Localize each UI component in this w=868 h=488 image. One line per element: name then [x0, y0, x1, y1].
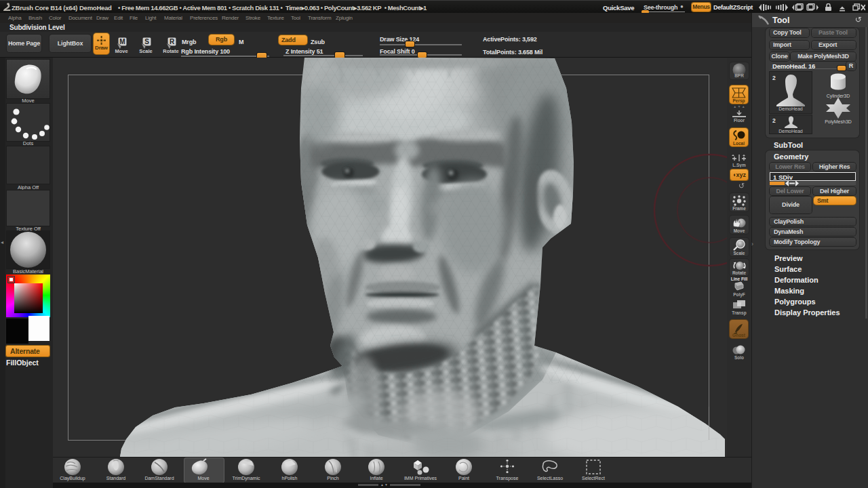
svg-text:Pinch: Pinch — [327, 476, 339, 481]
svg-text:DamStandard: DamStandard — [144, 476, 174, 481]
svg-text:IMM Primatives: IMM Primatives — [404, 476, 437, 481]
svg-text:SelectRect: SelectRect — [582, 476, 605, 481]
svg-text:Move: Move — [197, 476, 209, 481]
svg-text:Inflate: Inflate — [370, 476, 382, 481]
svg-text:Rotate: Rotate — [163, 48, 178, 54]
svg-text:M: M — [119, 38, 125, 45]
svg-text:DemoHead: DemoHead — [778, 106, 803, 111]
svg-text:TrimDynamic: TrimDynamic — [233, 476, 260, 481]
svg-text:Ghost: Ghost — [732, 333, 746, 338]
svg-text:Scale: Scale — [139, 48, 153, 54]
svg-text:Persp: Persp — [732, 98, 745, 104]
svg-text:Transpose: Transpose — [496, 476, 519, 481]
svg-text:S: S — [144, 38, 149, 45]
svg-text:Local: Local — [733, 141, 745, 146]
svg-text:Scale: Scale — [734, 251, 745, 256]
svg-text:R: R — [170, 38, 175, 45]
svg-text:ClayBuildup: ClayBuildup — [60, 476, 85, 481]
svg-text:Move: Move — [734, 228, 745, 233]
svg-text:BPR: BPR — [734, 73, 744, 78]
svg-text:Paint: Paint — [458, 476, 469, 481]
svg-text:Standard: Standard — [106, 476, 126, 481]
svg-text:Floor: Floor — [734, 118, 745, 123]
svg-text:SelectLasso: SelectLasso — [537, 476, 563, 481]
svg-text:2: 2 — [772, 117, 776, 124]
svg-text:Frame: Frame — [732, 206, 746, 211]
svg-text:DemoHead: DemoHead — [778, 129, 803, 134]
svg-text:Move: Move — [115, 48, 127, 54]
svg-text:2: 2 — [772, 75, 776, 81]
svg-text:Rotate: Rotate — [732, 270, 747, 275]
svg-text:hPolish: hPolish — [282, 476, 298, 481]
svg-text:PolyMesh3D: PolyMesh3D — [825, 119, 852, 125]
svg-text:L.Sym: L.Sym — [732, 163, 746, 167]
